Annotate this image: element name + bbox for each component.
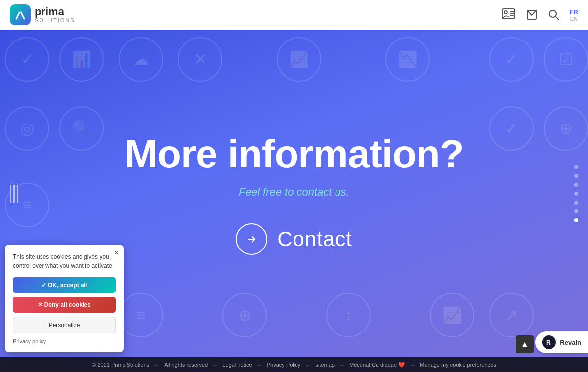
footer-cookies-link[interactable]: Manage my cookie preferences (420, 362, 496, 368)
dot-7[interactable] (574, 218, 578, 222)
vert-line-2 (13, 185, 15, 203)
bg-icon-19: ↗ (489, 293, 534, 337)
logo[interactable]: prima solutions (10, 4, 75, 25)
revain-text: Revain (560, 339, 581, 346)
cookie-text: This site uses cookies and gives you con… (13, 252, 116, 270)
inactive-lang: EN (570, 16, 578, 22)
bg-icon-9: ◎ (5, 106, 49, 151)
profile-button[interactable] (502, 8, 515, 21)
cookie-accept-button[interactable]: ✓ OK, accept all (13, 277, 116, 293)
bg-icon-7: ✓ (489, 37, 534, 82)
active-lang: FR (570, 8, 578, 16)
scroll-top-icon: ▲ (521, 340, 529, 349)
contact-circle-icon (236, 223, 267, 255)
bg-icon-2: 📊 (59, 37, 104, 82)
dot-6[interactable] (574, 209, 578, 213)
dot-2[interactable] (574, 174, 578, 178)
revain-logo: R (542, 335, 556, 349)
messages-button[interactable] (525, 8, 538, 21)
footer-copyright: © 2021 Prima Solutions (92, 362, 149, 368)
svg-text:R: R (546, 339, 551, 346)
contact-button[interactable]: Contact (236, 223, 352, 255)
footer-rights: All rights reserved (164, 362, 208, 368)
bg-icon-18: 📈 (430, 293, 474, 337)
dot-4[interactable] (574, 192, 578, 196)
bg-icon-4: ✕ (178, 37, 222, 82)
bg-icon-5: 📈 (277, 37, 321, 82)
sep2: – (213, 362, 216, 368)
footer-mecenat-link[interactable]: Mécénat Cardiaque ❤️ (349, 362, 405, 368)
footer-sitemap-link[interactable]: sitemap (315, 362, 335, 368)
left-lines (10, 185, 18, 203)
sep1: – (155, 362, 158, 368)
language-switcher[interactable]: FR EN (570, 8, 578, 22)
scroll-top-button[interactable]: ▲ (516, 335, 534, 353)
sep4: – (306, 362, 309, 368)
logo-text: prima solutions (35, 6, 75, 23)
hero-content: More information? Feel free to contact u… (105, 132, 483, 255)
svg-line-7 (555, 17, 559, 20)
dot-1[interactable] (574, 165, 578, 169)
hero-subtitle: Feel free to contact us. (125, 186, 463, 199)
cookie-privacy-link[interactable]: Privacy policy (13, 338, 46, 344)
bg-icon-16: ⊕ (222, 293, 267, 337)
bg-icon-3: ☁ (119, 37, 163, 82)
sep3: – (258, 362, 261, 368)
footer: © 2021 Prima Solutions – All rights rese… (0, 357, 588, 372)
bg-icon-17: ↕ (326, 293, 371, 337)
logo-brand: prima (35, 6, 75, 17)
sep6: – (411, 362, 414, 368)
header: prima solutions (0, 0, 588, 30)
footer-legal-link[interactable]: Legal notice (222, 362, 252, 368)
logo-icon (10, 4, 31, 25)
dot-3[interactable] (574, 183, 578, 187)
bg-icon-6: 📉 (385, 37, 430, 82)
sep5: – (340, 362, 343, 368)
cookie-banner: × This site uses cookies and gives you c… (5, 245, 124, 352)
revain-widget[interactable]: R Revain (535, 331, 588, 353)
bg-icon-15: ≡ (119, 293, 163, 337)
dots-nav (574, 165, 578, 222)
logo-sub: solutions (35, 17, 75, 23)
bg-icon-12: ⊕ (544, 106, 588, 151)
search-button[interactable] (548, 9, 560, 21)
header-icons: FR EN (502, 8, 578, 22)
hero-title: More information? (125, 132, 463, 176)
cookie-close-button[interactable]: × (114, 248, 119, 257)
cookie-personalize-button[interactable]: Personalize (13, 317, 116, 333)
dot-5[interactable] (574, 201, 578, 205)
cookie-deny-button[interactable]: ✕ Deny all cookies (13, 297, 116, 313)
vert-line-3 (17, 185, 18, 203)
bg-icon-11: ✓ (489, 106, 534, 151)
bg-icon-1: ✓ (5, 37, 49, 82)
footer-privacy-link[interactable]: Privacy Policy (267, 362, 300, 368)
bg-icon-10: 🔍 (59, 106, 104, 151)
vert-line-1 (10, 185, 11, 203)
svg-point-0 (19, 10, 22, 12)
contact-label: Contact (277, 227, 352, 251)
bg-icon-8: ☑ (544, 37, 588, 82)
svg-point-2 (504, 11, 507, 14)
